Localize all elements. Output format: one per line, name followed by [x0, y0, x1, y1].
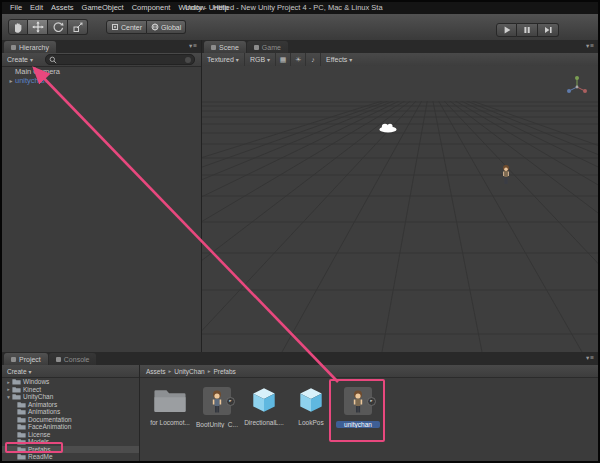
asset-item-folder[interactable]: for Locomot...: [148, 385, 192, 426]
console-tab-icon: [56, 357, 61, 362]
tree-item-label: Windows: [23, 378, 49, 385]
breadcrumb-unitychan[interactable]: UnityChan: [174, 368, 204, 375]
asset-item-label: unitychan: [336, 421, 380, 428]
pivot-toggle-button[interactable]: Center: [106, 20, 147, 34]
folder-icon: [17, 438, 26, 445]
pan-tool-button[interactable]: [8, 19, 28, 35]
cube-icon: [248, 385, 280, 417]
scene-tab-label: Scene: [219, 44, 239, 51]
expand-icon[interactable]: ▸: [5, 386, 12, 392]
tree-item-models[interactable]: Models: [2, 438, 139, 446]
project-tab-label: Project: [19, 356, 41, 363]
tree-item-animations[interactable]: Animations: [2, 408, 139, 416]
project-tab-icon: [11, 357, 16, 362]
menu-edit[interactable]: Edit: [26, 2, 47, 14]
effects-label: Effects: [326, 56, 347, 63]
audio-toggle-button[interactable]: ♪: [305, 53, 320, 66]
hierarchy-toolbar: Create ▾: [2, 53, 201, 67]
tab-hierarchy[interactable]: Hierarchy: [4, 41, 56, 53]
tree-item-label: Kinect: [23, 386, 41, 393]
hierarchy-item-main-camera[interactable]: Main Camera: [2, 67, 201, 76]
tab-game[interactable]: Game: [247, 41, 288, 53]
tree-item-label: Models: [28, 438, 49, 445]
tree-item-prefabs[interactable]: Prefabs: [2, 446, 139, 454]
search-cancel-icon[interactable]: [185, 57, 191, 63]
folder-icon: [17, 446, 26, 453]
scene-view-toolbar: Textured ▾ RGB ▾ ▦ ☀ ♪ Effects ▾: [202, 53, 598, 67]
hierarchy-panel: Hierarchy ▾≡ Create ▾ Main Camera ▸ unit…: [2, 40, 202, 352]
asset-item-unitychan[interactable]: ▸ unitychan: [336, 385, 380, 428]
asset-item-directionallight[interactable]: DirectionalL...: [242, 385, 286, 426]
main-toolbar: Center Global: [2, 14, 598, 41]
hierarchy-create-button[interactable]: Create ▾: [6, 53, 38, 66]
render-channel-dropdown[interactable]: RGB ▾: [244, 53, 275, 66]
asset-item-label: LookPos: [289, 419, 333, 426]
scale-tool-button[interactable]: [68, 19, 88, 35]
menu-gameobject[interactable]: GameObject: [78, 2, 128, 14]
asset-item-label: DirectionalL...: [242, 419, 286, 426]
tab-project[interactable]: Project: [4, 353, 48, 365]
hierarchy-search-input[interactable]: [45, 54, 195, 65]
pause-button[interactable]: [517, 23, 538, 37]
tree-item-readme[interactable]: ReadMe: [2, 453, 139, 461]
lighting-icon: ☀: [295, 56, 301, 64]
asset-item-bootunity[interactable]: ▸ BootUnity_C...: [195, 385, 239, 428]
hierarchy-item-unitychan[interactable]: ▸ unitychan: [2, 76, 201, 85]
project-create-button[interactable]: Create ▾: [6, 365, 37, 377]
asset-expand-icon[interactable]: ▸: [226, 397, 235, 406]
project-folder-tree: Create ▾ ▸ Windows ▸ Kinect ▼ UnityChan: [2, 365, 140, 461]
breadcrumb-prefabs[interactable]: Prefabs: [213, 368, 235, 375]
overlay-icon: ▦: [280, 56, 287, 64]
tree-item-documentation[interactable]: Documentation: [2, 416, 139, 424]
expand-icon[interactable]: ▸: [5, 379, 12, 385]
game-tab-label: Game: [262, 44, 281, 51]
tree-item-label: License: [28, 431, 50, 438]
overlay-toggle-button[interactable]: ▦: [275, 53, 290, 66]
effects-dropdown[interactable]: Effects ▾: [320, 53, 357, 66]
tree-item-windows[interactable]: ▸ Windows: [2, 378, 139, 386]
menu-assets[interactable]: Assets: [47, 2, 78, 14]
tree-item-kinect[interactable]: ▸ Kinect: [2, 386, 139, 394]
cloud-object[interactable]: [378, 122, 398, 133]
playmode-controls: [496, 23, 559, 37]
panel-menu-icon[interactable]: ▾≡: [586, 42, 595, 50]
collapse-icon[interactable]: ▼: [5, 394, 12, 400]
tree-item-unitychan[interactable]: ▼ UnityChan: [2, 393, 139, 401]
globe-icon: [151, 23, 159, 31]
scene-tab-icon: [211, 45, 216, 50]
create-button-label: Create: [7, 368, 27, 375]
tree-item-label: UnityChan: [23, 393, 53, 400]
panel-menu-icon[interactable]: ▾≡: [189, 42, 198, 50]
tree-item-faceanimation[interactable]: FaceAnimation: [2, 423, 139, 431]
hierarchy-tabstrip: Hierarchy ▾≡: [2, 40, 201, 53]
pivot-space-toggles: Center Global: [106, 20, 186, 34]
scene-viewport[interactable]: [202, 66, 598, 352]
prefab-thumbnail-icon: ▸: [201, 387, 233, 419]
expand-icon[interactable]: ▸: [7, 77, 15, 84]
unitychan-character[interactable]: [500, 164, 512, 188]
asset-item-lookpos[interactable]: LookPos: [289, 385, 333, 426]
move-tool-button[interactable]: [28, 19, 48, 35]
create-button-label: Create: [7, 56, 28, 63]
tree-item-license[interactable]: License: [2, 431, 139, 439]
play-button[interactable]: [496, 23, 517, 37]
panel-menu-icon[interactable]: ▾≡: [586, 354, 595, 362]
rotate-tool-button[interactable]: [48, 19, 68, 35]
step-button[interactable]: [538, 23, 559, 37]
orientation-gizmo[interactable]: [564, 74, 590, 100]
tab-scene[interactable]: Scene: [204, 41, 246, 53]
folder-large-icon: [154, 385, 186, 417]
space-toggle-button[interactable]: Global: [147, 20, 186, 34]
menu-file[interactable]: File: [6, 2, 26, 14]
breadcrumb-assets[interactable]: Assets: [146, 368, 166, 375]
space-toggle-label: Global: [161, 24, 181, 31]
tab-console[interactable]: Console: [49, 353, 97, 365]
asset-expand-icon[interactable]: ▸: [367, 397, 376, 406]
scene-lighting-toggle-button[interactable]: ☀: [290, 53, 305, 66]
shading-mode-dropdown[interactable]: Textured ▾: [206, 53, 244, 66]
asset-browser: Assets ▸ UnityChan ▸ Prefabs for Locomot…: [140, 365, 598, 461]
tree-item-animators[interactable]: Animators: [2, 401, 139, 409]
menu-component[interactable]: Component: [128, 2, 175, 14]
asset-item-label: for Locomot...: [148, 419, 192, 426]
rotate-icon: [52, 21, 64, 33]
